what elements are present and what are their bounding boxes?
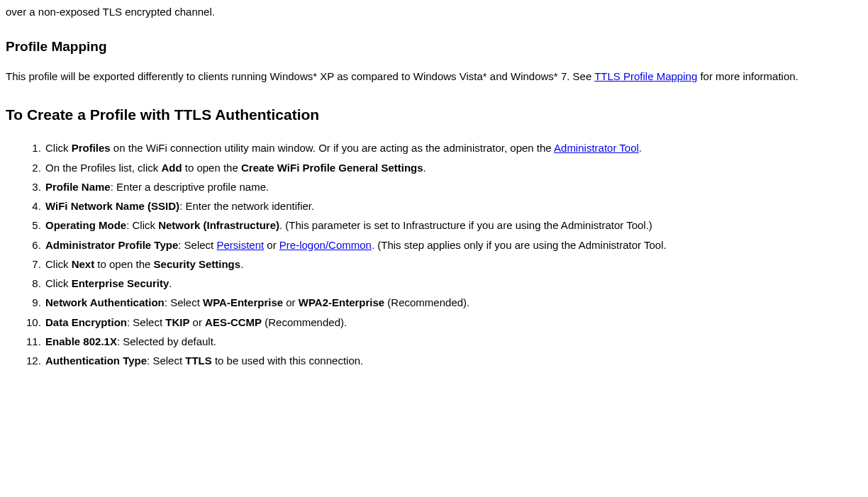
text: Click bbox=[45, 258, 72, 270]
text: : Click bbox=[126, 219, 158, 231]
list-item: Click Profiles on the WiFi connection ut… bbox=[44, 140, 862, 156]
text: . bbox=[423, 162, 426, 174]
list-item: On the Profiles list, click Add to open … bbox=[44, 160, 862, 176]
text: : Selected by default. bbox=[117, 335, 216, 347]
text: : Select bbox=[127, 316, 165, 328]
text-bold: Network (Infrastructure) bbox=[158, 219, 279, 231]
text: to be used with this connection. bbox=[212, 354, 363, 367]
list-item: Operating Mode: Click Network (Infrastru… bbox=[44, 217, 862, 233]
steps-list: Click Profiles on the WiFi connection ut… bbox=[6, 140, 862, 369]
list-item: Network Authentication: Select WPA-Enter… bbox=[44, 294, 862, 311]
text: . bbox=[169, 277, 172, 289]
text-bold: AES-CCMP bbox=[205, 316, 262, 328]
list-item: Data Encryption: Select TKIP or AES-CCMP… bbox=[44, 314, 862, 330]
text-bold: Add bbox=[161, 162, 182, 174]
text: or bbox=[264, 239, 279, 251]
text: (Recommended). bbox=[262, 316, 347, 328]
text: Click bbox=[45, 277, 72, 289]
text-bold: Enterprise Security bbox=[72, 277, 169, 289]
link-ttls-profile-mapping[interactable]: TTLS Profile Mapping bbox=[594, 70, 697, 82]
text-bold: Network Authentication bbox=[45, 296, 165, 308]
list-item: Click Next to open the Security Settings… bbox=[44, 256, 862, 272]
list-item: Administrator Profile Type: Select Persi… bbox=[44, 237, 862, 253]
text-bold: Security Settings bbox=[154, 258, 241, 270]
text: : Enter a descriptive profile name. bbox=[111, 181, 269, 193]
text: . bbox=[240, 258, 243, 270]
link-administrator-tool[interactable]: Administrator Tool bbox=[554, 142, 639, 154]
text: or bbox=[189, 316, 205, 328]
text-bold: WiFi Network Name (SSID) bbox=[45, 200, 179, 212]
text-bold: Next bbox=[72, 258, 95, 270]
text: (Recommended). bbox=[384, 296, 469, 308]
text-bold: WPA-Enterprise bbox=[203, 296, 283, 308]
text: . (This step applies only if you are usi… bbox=[372, 239, 667, 251]
text: : Select bbox=[147, 354, 185, 367]
text-bold: Administrator Profile Type bbox=[45, 239, 178, 251]
text: . bbox=[639, 142, 642, 154]
text-bold: Profiles bbox=[72, 142, 111, 154]
text-bold: Data Encryption bbox=[45, 316, 127, 328]
text: Click bbox=[45, 142, 72, 154]
text: to open the bbox=[94, 258, 153, 270]
para-text: This profile will be exported differentl… bbox=[6, 70, 594, 82]
text-bold: TKIP bbox=[165, 316, 189, 328]
text-bold: Create WiFi Profile General Settings bbox=[241, 162, 423, 174]
heading-create-profile-ttls: To Create a Profile with TTLS Authentica… bbox=[6, 104, 862, 125]
text: or bbox=[283, 296, 299, 308]
text: . (This parameter is set to Infrastructu… bbox=[279, 219, 652, 231]
link-persistent[interactable]: Persistent bbox=[216, 239, 264, 251]
text: to open the bbox=[182, 162, 241, 174]
para-text: for more information. bbox=[697, 70, 799, 82]
link-pre-logon-common[interactable]: Pre-logon/Common bbox=[279, 239, 372, 251]
text: On the Profiles list, click bbox=[45, 162, 161, 174]
text: on the WiFi connection utility main wind… bbox=[111, 142, 554, 154]
text: : Select bbox=[178, 239, 216, 251]
list-item: Click Enterprise Security. bbox=[44, 275, 862, 291]
list-item: WiFi Network Name (SSID): Enter the netw… bbox=[44, 198, 862, 214]
text-bold: Operating Mode bbox=[45, 219, 126, 231]
lead-fragment: over a non-exposed TLS encrypted channel… bbox=[6, 4, 862, 20]
text-bold: Enable 802.1X bbox=[45, 335, 117, 347]
list-item: Profile Name: Enter a descriptive profil… bbox=[44, 179, 862, 195]
text-bold: Authentication Type bbox=[45, 354, 147, 367]
profile-mapping-paragraph: This profile will be exported differentl… bbox=[6, 69, 862, 84]
list-item: Authentication Type: Select TTLS to be u… bbox=[44, 352, 862, 369]
heading-profile-mapping: Profile Mapping bbox=[6, 37, 862, 57]
text: : Select bbox=[165, 296, 203, 308]
list-item: Enable 802.1X: Selected by default. bbox=[44, 333, 862, 350]
text-bold: WPA2-Enterprise bbox=[299, 296, 384, 308]
text-bold: TTLS bbox=[185, 354, 212, 367]
text-bold: Profile Name bbox=[45, 181, 111, 193]
text: : Enter the network identifier. bbox=[179, 200, 314, 212]
